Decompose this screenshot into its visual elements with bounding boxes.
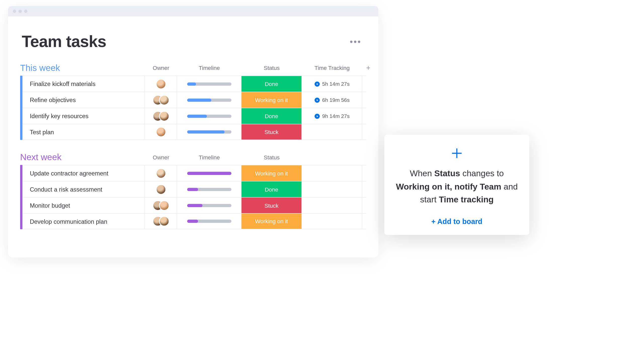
add-column-button[interactable]: + [362, 64, 374, 72]
table-row[interactable]: Conduct a risk assessment Done [23, 181, 366, 197]
time-tracking-cell[interactable] [302, 165, 362, 181]
add-to-board-button[interactable]: + Add to board [396, 217, 518, 226]
owner-cell[interactable] [145, 92, 177, 108]
status-cell[interactable]: Done [242, 182, 302, 197]
automation-modal: When Status changes to Working on it, no… [384, 135, 529, 235]
task-table: Update contractor agreement Working on i… [20, 165, 366, 229]
play-icon[interactable] [314, 97, 320, 103]
user-avatar[interactable] [159, 216, 169, 227]
table-row[interactable]: Test plan Stuck [23, 124, 366, 140]
column-header-status[interactable]: Status [242, 65, 302, 71]
user-avatar[interactable] [155, 127, 166, 137]
user-avatar[interactable] [155, 184, 166, 195]
time-value: 9h 14m 27s [322, 113, 350, 119]
table-row[interactable]: Finalize kickoff materials Done 5h 14m 2… [23, 76, 366, 92]
empty-cell [362, 108, 374, 124]
user-avatar[interactable] [159, 95, 169, 105]
progress-bar [187, 130, 231, 133]
timeline-cell[interactable] [177, 214, 242, 229]
empty-cell [362, 76, 374, 92]
time-tracking-cell[interactable] [302, 214, 362, 229]
task-group: Next week Owner Timeline Status Update c… [20, 152, 366, 229]
column-header-timeline[interactable]: Timeline [177, 65, 242, 71]
window-dot [24, 10, 27, 13]
table-row[interactable]: Identify key resources Done 9h 14m 27s [23, 108, 366, 124]
owner-cell[interactable] [145, 198, 177, 213]
table-row[interactable]: Monitor budget Stuck [23, 197, 366, 213]
more-options-button[interactable]: ••• [346, 35, 365, 48]
owner-cell[interactable] [145, 214, 177, 229]
task-name-cell[interactable]: Develop communication plan [23, 214, 145, 229]
status-cell[interactable]: Stuck [242, 198, 302, 213]
group-title[interactable]: This week [20, 63, 145, 73]
user-avatar[interactable] [159, 200, 169, 211]
task-name-cell[interactable]: Update contractor agreement [23, 165, 145, 181]
empty-cell [362, 198, 374, 213]
user-avatar[interactable] [155, 168, 166, 178]
status-cell[interactable]: Done [242, 108, 302, 124]
progress-bar [187, 114, 231, 118]
owner-cell[interactable] [145, 108, 177, 124]
table-row[interactable]: Refine objectives Working on it 6h 19m 5… [23, 92, 366, 108]
owner-cell[interactable] [145, 165, 177, 181]
window-dot [13, 10, 16, 13]
timeline-cell[interactable] [177, 76, 242, 92]
column-header-owner[interactable]: Owner [145, 154, 177, 161]
empty-cell [362, 92, 374, 108]
status-cell[interactable]: Working on it [242, 214, 302, 229]
group-title[interactable]: Next week [20, 152, 145, 163]
timeline-cell[interactable] [177, 198, 242, 213]
time-tracking-cell[interactable] [302, 198, 362, 213]
time-tracking-cell[interactable] [302, 124, 362, 140]
user-avatar[interactable] [155, 79, 166, 89]
owner-cell[interactable] [145, 76, 177, 92]
column-header-status[interactable]: Status [242, 154, 302, 161]
progress-bar [187, 188, 231, 191]
owner-cell[interactable] [145, 124, 177, 140]
progress-bar [187, 82, 231, 85]
play-icon[interactable] [314, 81, 320, 86]
task-name-cell[interactable]: Identify key resources [23, 108, 145, 124]
timeline-cell[interactable] [177, 182, 242, 197]
progress-bar [187, 171, 231, 175]
empty-cell [362, 165, 374, 181]
timeline-cell[interactable] [177, 124, 242, 140]
task-name-cell[interactable]: Test plan [23, 124, 145, 140]
window-dot [19, 10, 22, 13]
task-name-cell[interactable]: Finalize kickoff materials [23, 76, 145, 92]
time-tracking-cell[interactable] [302, 182, 362, 197]
time-tracking-cell[interactable]: 9h 14m 27s [302, 108, 362, 124]
task-name-cell[interactable]: Monitor budget [23, 198, 145, 213]
user-avatar[interactable] [159, 111, 169, 121]
empty-cell [362, 124, 374, 140]
empty-cell [362, 182, 374, 197]
column-header-time-tracking[interactable]: Time Tracking [302, 65, 362, 71]
progress-bar [187, 98, 231, 102]
task-name-cell[interactable]: Conduct a risk assessment [23, 182, 145, 197]
table-row[interactable]: Develop communication plan Working on it [23, 213, 366, 229]
column-header-timeline[interactable]: Timeline [177, 154, 242, 161]
status-cell[interactable]: Stuck [242, 124, 302, 140]
plus-icon [396, 147, 518, 161]
timeline-cell[interactable] [177, 165, 242, 181]
page-title: Team tasks [22, 33, 106, 51]
table-row[interactable]: Update contractor agreement Working on i… [23, 165, 366, 181]
status-cell[interactable]: Done [242, 76, 302, 92]
progress-bar [187, 220, 231, 223]
status-cell[interactable]: Working on it [242, 92, 302, 108]
progress-bar [187, 204, 231, 207]
time-tracking-cell[interactable]: 5h 14m 27s [302, 76, 362, 92]
status-cell[interactable]: Working on it [242, 165, 302, 181]
play-icon[interactable] [314, 113, 320, 119]
task-table: Finalize kickoff materials Done 5h 14m 2… [20, 76, 366, 140]
timeline-cell[interactable] [177, 108, 242, 124]
automation-description: When Status changes to Working on it, no… [396, 167, 518, 206]
window-titlebar [8, 6, 378, 17]
task-name-cell[interactable]: Refine objectives [23, 92, 145, 108]
owner-cell[interactable] [145, 182, 177, 197]
time-tracking-cell[interactable]: 6h 19m 56s [302, 92, 362, 108]
task-group: This week Owner Timeline Status Time Tra… [20, 63, 366, 140]
timeline-cell[interactable] [177, 92, 242, 108]
time-value: 5h 14m 27s [322, 81, 350, 87]
column-header-owner[interactable]: Owner [145, 65, 177, 71]
